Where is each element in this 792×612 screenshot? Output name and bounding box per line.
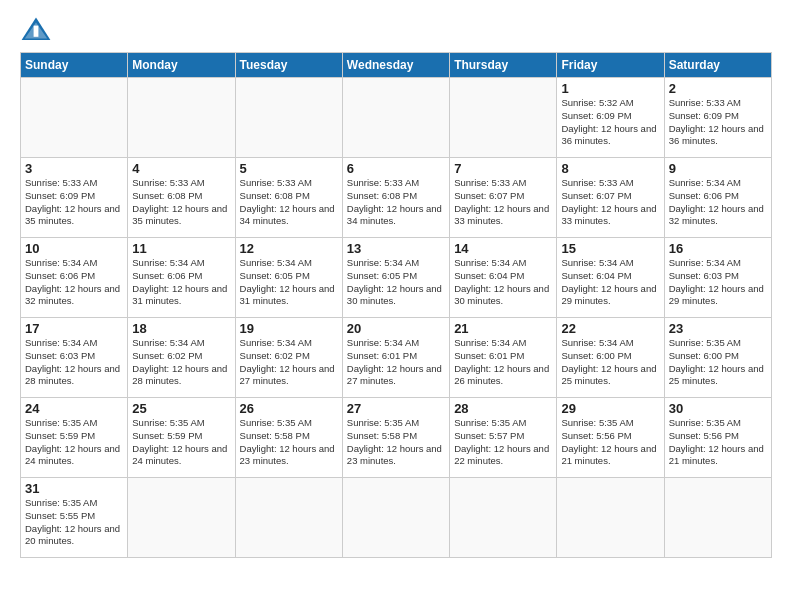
day-info: Sunrise: 5:33 AM Sunset: 6:08 PM Dayligh… [240, 177, 338, 228]
day-info: Sunrise: 5:34 AM Sunset: 6:04 PM Dayligh… [561, 257, 659, 308]
calendar-cell: 14Sunrise: 5:34 AM Sunset: 6:04 PM Dayli… [450, 238, 557, 318]
calendar-cell: 3Sunrise: 5:33 AM Sunset: 6:09 PM Daylig… [21, 158, 128, 238]
day-number: 3 [25, 161, 123, 176]
calendar-cell: 25Sunrise: 5:35 AM Sunset: 5:59 PM Dayli… [128, 398, 235, 478]
day-info: Sunrise: 5:34 AM Sunset: 6:06 PM Dayligh… [25, 257, 123, 308]
day-number: 17 [25, 321, 123, 336]
day-of-week-header: Saturday [664, 53, 771, 78]
calendar-cell: 29Sunrise: 5:35 AM Sunset: 5:56 PM Dayli… [557, 398, 664, 478]
calendar-cell: 22Sunrise: 5:34 AM Sunset: 6:00 PM Dayli… [557, 318, 664, 398]
calendar-cell: 13Sunrise: 5:34 AM Sunset: 6:05 PM Dayli… [342, 238, 449, 318]
day-of-week-header: Tuesday [235, 53, 342, 78]
calendar-cell: 24Sunrise: 5:35 AM Sunset: 5:59 PM Dayli… [21, 398, 128, 478]
calendar-cell: 11Sunrise: 5:34 AM Sunset: 6:06 PM Dayli… [128, 238, 235, 318]
day-info: Sunrise: 5:34 AM Sunset: 6:04 PM Dayligh… [454, 257, 552, 308]
day-info: Sunrise: 5:33 AM Sunset: 6:08 PM Dayligh… [132, 177, 230, 228]
day-info: Sunrise: 5:35 AM Sunset: 5:58 PM Dayligh… [240, 417, 338, 468]
calendar-cell: 19Sunrise: 5:34 AM Sunset: 6:02 PM Dayli… [235, 318, 342, 398]
calendar-cell: 9Sunrise: 5:34 AM Sunset: 6:06 PM Daylig… [664, 158, 771, 238]
day-number: 23 [669, 321, 767, 336]
calendar-cell: 8Sunrise: 5:33 AM Sunset: 6:07 PM Daylig… [557, 158, 664, 238]
day-number: 1 [561, 81, 659, 96]
day-number: 2 [669, 81, 767, 96]
day-number: 22 [561, 321, 659, 336]
calendar-cell: 16Sunrise: 5:34 AM Sunset: 6:03 PM Dayli… [664, 238, 771, 318]
day-number: 12 [240, 241, 338, 256]
calendar-cell: 28Sunrise: 5:35 AM Sunset: 5:57 PM Dayli… [450, 398, 557, 478]
calendar-cell: 10Sunrise: 5:34 AM Sunset: 6:06 PM Dayli… [21, 238, 128, 318]
page: SundayMondayTuesdayWednesdayThursdayFrid… [0, 0, 792, 568]
day-info: Sunrise: 5:34 AM Sunset: 6:00 PM Dayligh… [561, 337, 659, 388]
day-info: Sunrise: 5:35 AM Sunset: 5:58 PM Dayligh… [347, 417, 445, 468]
day-number: 21 [454, 321, 552, 336]
calendar-cell [128, 478, 235, 558]
day-info: Sunrise: 5:35 AM Sunset: 5:57 PM Dayligh… [454, 417, 552, 468]
calendar-cell: 27Sunrise: 5:35 AM Sunset: 5:58 PM Dayli… [342, 398, 449, 478]
calendar-cell [450, 478, 557, 558]
day-info: Sunrise: 5:33 AM Sunset: 6:09 PM Dayligh… [669, 97, 767, 148]
calendar-cell: 23Sunrise: 5:35 AM Sunset: 6:00 PM Dayli… [664, 318, 771, 398]
day-info: Sunrise: 5:34 AM Sunset: 6:01 PM Dayligh… [454, 337, 552, 388]
calendar-cell: 30Sunrise: 5:35 AM Sunset: 5:56 PM Dayli… [664, 398, 771, 478]
calendar-cell: 7Sunrise: 5:33 AM Sunset: 6:07 PM Daylig… [450, 158, 557, 238]
logo [20, 16, 56, 44]
day-info: Sunrise: 5:34 AM Sunset: 6:05 PM Dayligh… [240, 257, 338, 308]
day-number: 27 [347, 401, 445, 416]
day-number: 24 [25, 401, 123, 416]
calendar-cell [21, 78, 128, 158]
calendar-cell: 17Sunrise: 5:34 AM Sunset: 6:03 PM Dayli… [21, 318, 128, 398]
day-number: 19 [240, 321, 338, 336]
day-info: Sunrise: 5:34 AM Sunset: 6:03 PM Dayligh… [25, 337, 123, 388]
day-number: 13 [347, 241, 445, 256]
day-info: Sunrise: 5:33 AM Sunset: 6:08 PM Dayligh… [347, 177, 445, 228]
day-info: Sunrise: 5:34 AM Sunset: 6:01 PM Dayligh… [347, 337, 445, 388]
day-number: 18 [132, 321, 230, 336]
day-number: 29 [561, 401, 659, 416]
day-info: Sunrise: 5:33 AM Sunset: 6:07 PM Dayligh… [454, 177, 552, 228]
day-info: Sunrise: 5:35 AM Sunset: 5:55 PM Dayligh… [25, 497, 123, 548]
day-number: 26 [240, 401, 338, 416]
calendar-header-row: SundayMondayTuesdayWednesdayThursdayFrid… [21, 53, 772, 78]
day-info: Sunrise: 5:35 AM Sunset: 5:59 PM Dayligh… [132, 417, 230, 468]
day-info: Sunrise: 5:33 AM Sunset: 6:07 PM Dayligh… [561, 177, 659, 228]
day-info: Sunrise: 5:33 AM Sunset: 6:09 PM Dayligh… [25, 177, 123, 228]
day-number: 28 [454, 401, 552, 416]
calendar-cell [342, 478, 449, 558]
calendar: SundayMondayTuesdayWednesdayThursdayFrid… [20, 52, 772, 558]
calendar-cell: 5Sunrise: 5:33 AM Sunset: 6:08 PM Daylig… [235, 158, 342, 238]
day-info: Sunrise: 5:35 AM Sunset: 5:56 PM Dayligh… [561, 417, 659, 468]
calendar-cell [128, 78, 235, 158]
calendar-cell [235, 478, 342, 558]
day-of-week-header: Wednesday [342, 53, 449, 78]
calendar-cell: 31Sunrise: 5:35 AM Sunset: 5:55 PM Dayli… [21, 478, 128, 558]
day-info: Sunrise: 5:35 AM Sunset: 6:00 PM Dayligh… [669, 337, 767, 388]
calendar-cell: 1Sunrise: 5:32 AM Sunset: 6:09 PM Daylig… [557, 78, 664, 158]
day-number: 11 [132, 241, 230, 256]
svg-rect-2 [34, 26, 39, 37]
day-number: 6 [347, 161, 445, 176]
calendar-cell: 12Sunrise: 5:34 AM Sunset: 6:05 PM Dayli… [235, 238, 342, 318]
header [20, 16, 772, 44]
day-info: Sunrise: 5:35 AM Sunset: 5:59 PM Dayligh… [25, 417, 123, 468]
calendar-cell: 26Sunrise: 5:35 AM Sunset: 5:58 PM Dayli… [235, 398, 342, 478]
day-of-week-header: Thursday [450, 53, 557, 78]
calendar-cell: 15Sunrise: 5:34 AM Sunset: 6:04 PM Dayli… [557, 238, 664, 318]
calendar-cell: 18Sunrise: 5:34 AM Sunset: 6:02 PM Dayli… [128, 318, 235, 398]
day-info: Sunrise: 5:34 AM Sunset: 6:06 PM Dayligh… [132, 257, 230, 308]
day-number: 25 [132, 401, 230, 416]
day-info: Sunrise: 5:32 AM Sunset: 6:09 PM Dayligh… [561, 97, 659, 148]
day-number: 4 [132, 161, 230, 176]
calendar-cell [450, 78, 557, 158]
calendar-cell: 2Sunrise: 5:33 AM Sunset: 6:09 PM Daylig… [664, 78, 771, 158]
day-number: 14 [454, 241, 552, 256]
logo-icon [20, 16, 52, 44]
day-number: 31 [25, 481, 123, 496]
day-of-week-header: Sunday [21, 53, 128, 78]
day-info: Sunrise: 5:34 AM Sunset: 6:05 PM Dayligh… [347, 257, 445, 308]
day-of-week-header: Friday [557, 53, 664, 78]
day-number: 16 [669, 241, 767, 256]
calendar-cell: 4Sunrise: 5:33 AM Sunset: 6:08 PM Daylig… [128, 158, 235, 238]
day-number: 7 [454, 161, 552, 176]
calendar-cell [557, 478, 664, 558]
day-number: 8 [561, 161, 659, 176]
